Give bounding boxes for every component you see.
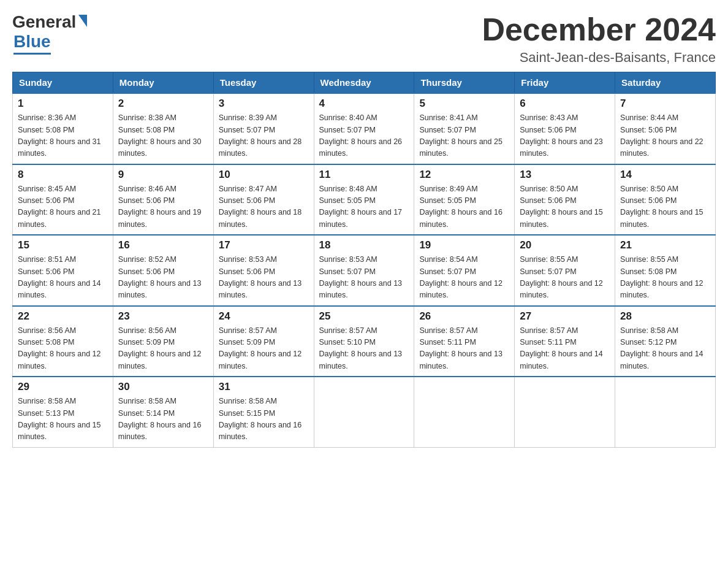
calendar-cell: 27Sunrise: 8:57 AMSunset: 5:11 PMDayligh… [515,306,615,377]
logo-triangle-icon [78,15,87,27]
day-info: Sunrise: 8:40 AMSunset: 5:07 PMDaylight:… [319,112,409,160]
calendar-cell: 30Sunrise: 8:58 AMSunset: 5:14 PMDayligh… [113,377,213,447]
week-row-2: 8Sunrise: 8:45 AMSunset: 5:06 PMDaylight… [13,164,716,236]
week-row-5: 29Sunrise: 8:58 AMSunset: 5:13 PMDayligh… [13,377,716,447]
day-number: 6 [520,98,610,110]
day-info: Sunrise: 8:55 AMSunset: 5:07 PMDaylight:… [520,254,610,302]
day-number: 10 [219,169,309,181]
day-info: Sunrise: 8:58 AMSunset: 5:15 PMDaylight:… [219,396,309,443]
day-header-thursday: Thursday [414,72,515,94]
day-number: 22 [18,310,108,323]
day-number: 9 [118,169,208,181]
day-info: Sunrise: 8:46 AMSunset: 5:06 PMDaylight:… [118,183,208,231]
calendar-cell [515,377,615,447]
logo-blue-text: Blue [13,32,51,51]
calendar-cell: 16Sunrise: 8:52 AMSunset: 5:06 PMDayligh… [113,235,213,306]
day-number: 17 [219,239,309,251]
day-number: 13 [520,169,610,181]
calendar-cell: 29Sunrise: 8:58 AMSunset: 5:13 PMDayligh… [13,377,113,447]
day-number: 21 [620,239,710,251]
day-number: 1 [18,98,108,110]
day-info: Sunrise: 8:47 AMSunset: 5:06 PMDaylight:… [219,183,309,231]
day-number: 19 [419,239,509,251]
calendar-cell: 11Sunrise: 8:48 AMSunset: 5:05 PMDayligh… [314,164,414,236]
day-number: 23 [118,310,208,323]
calendar-cell: 5Sunrise: 8:41 AMSunset: 5:07 PMDaylight… [414,93,515,164]
day-info: Sunrise: 8:58 AMSunset: 5:13 PMDaylight:… [18,396,108,443]
calendar-cell: 12Sunrise: 8:49 AMSunset: 5:05 PMDayligh… [414,164,515,236]
calendar-cell: 20Sunrise: 8:55 AMSunset: 5:07 PMDayligh… [515,235,615,306]
day-number: 8 [18,169,108,181]
calendar-cell: 7Sunrise: 8:44 AMSunset: 5:06 PMDaylight… [615,93,716,164]
day-number: 12 [419,169,509,181]
day-info: Sunrise: 8:38 AMSunset: 5:08 PMDaylight:… [118,112,208,160]
calendar-cell [414,377,515,447]
calendar-table: SundayMondayTuesdayWednesdayThursdayFrid… [12,72,716,448]
day-number: 30 [118,381,208,393]
day-number: 20 [520,239,610,251]
day-number: 25 [319,310,409,323]
day-info: Sunrise: 8:50 AMSunset: 5:06 PMDaylight:… [620,183,710,231]
logo-general-text: General [12,12,76,32]
day-info: Sunrise: 8:55 AMSunset: 5:08 PMDaylight:… [620,254,710,302]
calendar-cell: 17Sunrise: 8:53 AMSunset: 5:06 PMDayligh… [213,235,314,306]
calendar-cell: 18Sunrise: 8:53 AMSunset: 5:07 PMDayligh… [314,235,414,306]
day-info: Sunrise: 8:54 AMSunset: 5:07 PMDaylight:… [419,254,509,302]
week-row-3: 15Sunrise: 8:51 AMSunset: 5:06 PMDayligh… [13,235,716,306]
calendar-cell: 19Sunrise: 8:54 AMSunset: 5:07 PMDayligh… [414,235,515,306]
calendar-cell: 24Sunrise: 8:57 AMSunset: 5:09 PMDayligh… [213,306,314,377]
calendar-cell: 6Sunrise: 8:43 AMSunset: 5:06 PMDaylight… [515,93,615,164]
calendar-cell: 1Sunrise: 8:36 AMSunset: 5:08 PMDaylight… [13,93,113,164]
calendar-cell: 8Sunrise: 8:45 AMSunset: 5:06 PMDaylight… [13,164,113,236]
calendar-cell: 23Sunrise: 8:56 AMSunset: 5:09 PMDayligh… [113,306,213,377]
day-number: 11 [319,169,409,181]
calendar-cell: 31Sunrise: 8:58 AMSunset: 5:15 PMDayligh… [213,377,314,447]
day-info: Sunrise: 8:48 AMSunset: 5:05 PMDaylight:… [319,183,409,231]
day-header-tuesday: Tuesday [213,72,314,94]
logo-underline [13,53,51,55]
day-number: 16 [118,239,208,251]
calendar-cell: 15Sunrise: 8:51 AMSunset: 5:06 PMDayligh… [13,235,113,306]
day-info: Sunrise: 8:45 AMSunset: 5:06 PMDaylight:… [18,183,108,231]
day-number: 4 [319,98,409,110]
day-info: Sunrise: 8:43 AMSunset: 5:06 PMDaylight:… [520,112,610,160]
week-row-4: 22Sunrise: 8:56 AMSunset: 5:08 PMDayligh… [13,306,716,377]
logo: General Blue [12,12,88,55]
calendar-header-row: SundayMondayTuesdayWednesdayThursdayFrid… [13,72,716,94]
day-info: Sunrise: 8:52 AMSunset: 5:06 PMDaylight:… [118,254,208,302]
day-number: 31 [219,381,309,393]
day-info: Sunrise: 8:41 AMSunset: 5:07 PMDaylight:… [419,112,509,160]
day-info: Sunrise: 8:53 AMSunset: 5:07 PMDaylight:… [319,254,409,302]
day-info: Sunrise: 8:53 AMSunset: 5:06 PMDaylight:… [219,254,309,302]
calendar-cell: 13Sunrise: 8:50 AMSunset: 5:06 PMDayligh… [515,164,615,236]
day-number: 29 [18,381,108,393]
week-row-1: 1Sunrise: 8:36 AMSunset: 5:08 PMDaylight… [13,93,716,164]
day-number: 28 [620,310,710,323]
calendar-cell: 21Sunrise: 8:55 AMSunset: 5:08 PMDayligh… [615,235,716,306]
calendar-cell: 28Sunrise: 8:58 AMSunset: 5:12 PMDayligh… [615,306,716,377]
day-info: Sunrise: 8:57 AMSunset: 5:10 PMDaylight:… [319,325,409,373]
page-header: General Blue December 2024 Saint-Jean-de… [12,12,716,66]
calendar-cell: 10Sunrise: 8:47 AMSunset: 5:06 PMDayligh… [213,164,314,236]
day-info: Sunrise: 8:57 AMSunset: 5:09 PMDaylight:… [219,325,309,373]
day-header-friday: Friday [515,72,615,94]
calendar-cell: 26Sunrise: 8:57 AMSunset: 5:11 PMDayligh… [414,306,515,377]
day-info: Sunrise: 8:56 AMSunset: 5:09 PMDaylight:… [118,325,208,373]
calendar-cell: 9Sunrise: 8:46 AMSunset: 5:06 PMDaylight… [113,164,213,236]
day-header-wednesday: Wednesday [314,72,414,94]
calendar-cell: 22Sunrise: 8:56 AMSunset: 5:08 PMDayligh… [13,306,113,377]
day-header-sunday: Sunday [13,72,113,94]
calendar-cell [615,377,716,447]
day-header-saturday: Saturday [615,72,716,94]
day-number: 3 [219,98,309,110]
day-number: 26 [419,310,509,323]
day-number: 24 [219,310,309,323]
day-number: 27 [520,310,610,323]
month-title: December 2024 [482,12,716,47]
calendar-cell: 3Sunrise: 8:39 AMSunset: 5:07 PMDaylight… [213,93,314,164]
calendar-cell: 25Sunrise: 8:57 AMSunset: 5:10 PMDayligh… [314,306,414,377]
day-number: 7 [620,98,710,110]
day-info: Sunrise: 8:49 AMSunset: 5:05 PMDaylight:… [419,183,509,231]
title-area: December 2024 Saint-Jean-des-Baisants, F… [482,12,716,66]
day-info: Sunrise: 8:58 AMSunset: 5:14 PMDaylight:… [118,396,208,443]
